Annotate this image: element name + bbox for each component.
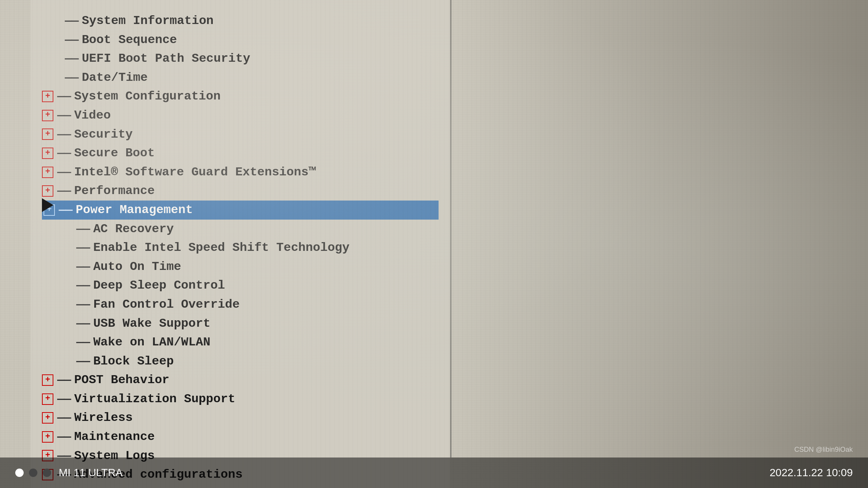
expand-icon-maintenance[interactable]: + [42,431,53,443]
menu-item-power-management[interactable]: + —— Power Management [42,201,439,220]
dash-date-time: —— [65,70,78,86]
dash-uefi: —— [65,51,78,67]
menu-item-video[interactable]: + —— Video [42,106,439,125]
dash-virtualization-support: —— [57,391,70,407]
dash-video: —— [57,108,70,124]
status-bar: MI 11 ULTRA 2022.11.22 10:09 [0,458,868,488]
menu-item-date-time[interactable]: —— Date/Time [42,68,439,87]
dash-ac-recovery: —— [76,221,89,237]
menu-item-maintenance[interactable]: + —— Maintenance [42,427,439,446]
menu-item-post-behavior[interactable]: + —— POST Behavior [42,371,439,390]
menu-item-fan-control-override[interactable]: —— Fan Control Override [42,295,439,314]
expand-icon-performance[interactable]: + [42,185,53,197]
dash-secure-boot: —— [57,145,70,161]
expand-icon-virtualization-support[interactable]: + [42,393,53,405]
dash-boot-sequence: —— [65,32,78,48]
expand-icon-system-configuration[interactable]: + [42,91,53,102]
menu-item-wake-on-lan[interactable]: —— Wake on LAN/WLAN [42,333,439,352]
label-wireless: Wireless [74,410,133,426]
label-intel-speed-shift: Enable Intel Speed Shift Technology [93,240,349,256]
menu-item-intel-sge[interactable]: + —— Intel® Software Guard Extensions™ [42,163,439,182]
dash-block-sleep: —— [76,353,89,369]
expand-icon-security[interactable]: + [42,128,53,140]
expand-icon-secure-boot[interactable]: + [42,148,53,159]
dash-intel-speed-shift: —— [76,240,89,256]
watermark: CSDN @libin9iOak [794,446,853,454]
menu-item-security[interactable]: + —— Security [42,125,439,144]
label-secure-boot: Secure Boot [74,145,154,161]
label-virtualization-support: Virtualization Support [74,391,235,407]
label-auto-on-time: Auto On Time [93,259,181,275]
menu-list: —— System Information —— Boot Sequence —… [42,8,439,488]
expand-icon-intel-sge[interactable]: + [42,167,53,178]
menu-item-wireless[interactable]: + —— Wireless [42,408,439,427]
dot-2 [29,469,37,477]
datetime-display: 2022.11.22 10:09 [770,467,853,479]
dash-wireless: —— [57,410,70,426]
dash-power-management: —— [59,202,72,218]
label-system-configuration: System Configuration [74,88,220,104]
dash-system-information: —— [65,13,78,29]
dash-post-behavior: —— [57,372,70,388]
right-panel [456,0,868,488]
bios-panel: —— System Information —— Boot Sequence —… [31,0,450,488]
dash-wake-on-lan: —— [76,334,89,350]
menu-item-usb-wake-support[interactable]: —— USB Wake Support [42,314,439,333]
label-boot-sequence: Boot Sequence [82,32,177,48]
dash-intel-sge: —— [57,164,70,180]
menu-item-performance[interactable]: + —— Performance [42,181,439,201]
expand-icon-post-behavior[interactable]: + [42,374,53,386]
menu-item-block-sleep[interactable]: —— Block Sleep [42,352,439,371]
dash-system-configuration: —— [57,88,70,104]
label-performance: Performance [74,183,154,199]
dash-performance: —— [57,183,70,199]
label-uefi-boot-path-security: UEFI Boot Path Security [82,51,250,67]
menu-item-deep-sleep-control[interactable]: —— Deep Sleep Control [42,276,439,295]
menu-item-auto-on-time[interactable]: —— Auto On Time [42,257,439,276]
dot-indicators [15,469,51,477]
label-maintenance: Maintenance [74,429,154,445]
label-date-time: Date/Time [82,70,148,86]
label-fan-control-override: Fan Control Override [93,297,240,313]
dash-deep-sleep-control: —— [76,278,89,294]
expand-icon-wireless[interactable]: + [42,412,53,424]
label-ac-recovery: AC Recovery [93,221,174,237]
label-system-information: System Information [82,13,214,29]
menu-item-system-information[interactable]: —— System Information [42,11,439,30]
menu-item-secure-boot[interactable]: + —— Secure Boot [42,144,439,163]
label-video: Video [74,108,111,124]
dash-maintenance: —— [57,429,70,445]
label-wake-on-lan: Wake on LAN/WLAN [93,334,210,350]
dot-1 [15,469,24,477]
device-name: MI 11 ULTRA [59,467,123,479]
label-post-behavior: POST Behavior [74,372,169,388]
menu-item-virtualization-support[interactable]: + —— Virtualization Support [42,390,439,409]
status-left: MI 11 ULTRA [15,467,123,479]
panel-divider [450,0,452,458]
label-usb-wake-support: USB Wake Support [93,316,210,332]
dot-3 [43,469,51,477]
menu-item-boot-sequence[interactable]: —— Boot Sequence [42,30,439,50]
mouse-cursor [42,198,53,212]
dash-security: —— [57,127,70,143]
expand-icon-video[interactable]: + [42,110,53,121]
label-deep-sleep-control: Deep Sleep Control [93,278,225,294]
menu-item-uefi-boot-path-security[interactable]: —— UEFI Boot Path Security [42,49,439,68]
menu-item-ac-recovery[interactable]: —— AC Recovery [42,220,439,239]
label-intel-sge: Intel® Software Guard Extensions™ [74,164,316,180]
label-block-sleep: Block Sleep [93,353,174,369]
dash-usb-wake-support: —— [76,316,89,332]
label-power-management: Power Management [76,202,193,218]
dash-fan-control-override: —— [76,297,89,313]
dash-auto-on-time: —— [76,259,89,275]
menu-item-intel-speed-shift[interactable]: —— Enable Intel Speed Shift Technology [42,238,439,257]
label-security: Security [74,127,133,143]
menu-item-system-configuration[interactable]: + —— System Configuration [42,87,439,106]
